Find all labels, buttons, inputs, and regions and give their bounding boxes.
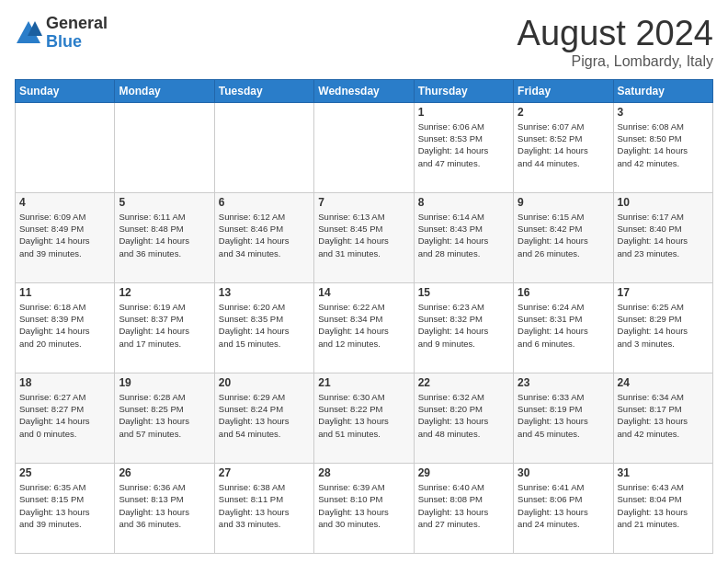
day-number: 28 [318,466,409,479]
location: Pigra, Lombardy, Italy [518,53,713,70]
day-number: 30 [518,466,609,479]
calendar-cell: 14Sunrise: 6:22 AM Sunset: 8:34 PM Dayli… [314,282,414,373]
week-row-2: 4Sunrise: 6:09 AM Sunset: 8:49 PM Daylig… [16,192,713,282]
logo-icon [15,19,42,47]
day-number: 2 [518,106,609,119]
day-info: Sunrise: 6:17 AM Sunset: 8:40 PM Dayligh… [618,211,709,259]
day-info: Sunrise: 6:07 AM Sunset: 8:52 PM Dayligh… [518,121,609,169]
day-header-friday: Friday [514,79,613,102]
calendar-cell [314,102,414,192]
calendar-cell: 18Sunrise: 6:27 AM Sunset: 8:27 PM Dayli… [16,373,115,463]
calendar-cell: 29Sunrise: 6:40 AM Sunset: 8:08 PM Dayli… [414,463,513,553]
day-info: Sunrise: 6:41 AM Sunset: 8:06 PM Dayligh… [518,481,609,530]
day-header-monday: Monday [115,79,214,102]
month-title: August 2024 [518,15,713,53]
day-number: 14 [318,286,409,299]
calendar-cell: 24Sunrise: 6:34 AM Sunset: 8:17 PM Dayli… [613,373,712,463]
day-number: 25 [19,466,110,479]
day-number: 1 [418,106,509,119]
day-number: 8 [418,196,509,209]
calendar-cell: 3Sunrise: 6:08 AM Sunset: 8:50 PM Daylig… [613,102,712,192]
day-number: 5 [119,196,210,209]
day-info: Sunrise: 6:11 AM Sunset: 8:48 PM Dayligh… [119,211,210,259]
day-number: 15 [418,286,509,299]
page: General Blue August 2024 Pigra, Lombardy… [0,0,728,563]
calendar-cell: 2Sunrise: 6:07 AM Sunset: 8:52 PM Daylig… [514,102,613,192]
day-header-tuesday: Tuesday [214,79,313,102]
calendar-cell: 23Sunrise: 6:33 AM Sunset: 8:19 PM Dayli… [514,373,613,463]
week-row-4: 18Sunrise: 6:27 AM Sunset: 8:27 PM Dayli… [16,373,713,463]
calendar-cell: 17Sunrise: 6:25 AM Sunset: 8:29 PM Dayli… [613,282,712,373]
day-info: Sunrise: 6:24 AM Sunset: 8:31 PM Dayligh… [518,301,609,350]
day-info: Sunrise: 6:39 AM Sunset: 8:10 PM Dayligh… [318,481,409,530]
day-info: Sunrise: 6:19 AM Sunset: 8:37 PM Dayligh… [119,301,210,350]
day-info: Sunrise: 6:35 AM Sunset: 8:15 PM Dayligh… [19,481,110,530]
calendar-cell [16,102,115,192]
day-number: 10 [618,196,709,209]
header: General Blue August 2024 Pigra, Lombardy… [15,15,713,70]
logo-general: General [46,15,108,33]
day-info: Sunrise: 6:28 AM Sunset: 8:25 PM Dayligh… [119,391,210,440]
day-info: Sunrise: 6:32 AM Sunset: 8:20 PM Dayligh… [418,391,509,440]
day-info: Sunrise: 6:27 AM Sunset: 8:27 PM Dayligh… [19,391,110,440]
day-info: Sunrise: 6:20 AM Sunset: 8:35 PM Dayligh… [219,301,310,350]
week-row-5: 25Sunrise: 6:35 AM Sunset: 8:15 PM Dayli… [16,463,713,553]
day-header-wednesday: Wednesday [314,79,414,102]
week-row-3: 11Sunrise: 6:18 AM Sunset: 8:39 PM Dayli… [16,282,713,373]
day-number: 31 [618,466,709,479]
calendar-cell: 13Sunrise: 6:20 AM Sunset: 8:35 PM Dayli… [214,282,313,373]
day-info: Sunrise: 6:09 AM Sunset: 8:49 PM Dayligh… [19,211,110,259]
calendar-cell [214,102,313,192]
title-block: August 2024 Pigra, Lombardy, Italy [518,15,713,70]
calendar-cell: 16Sunrise: 6:24 AM Sunset: 8:31 PM Dayli… [514,282,613,373]
day-number: 20 [219,376,310,389]
calendar-cell: 27Sunrise: 6:38 AM Sunset: 8:11 PM Dayli… [214,463,313,553]
calendar-cell: 7Sunrise: 6:13 AM Sunset: 8:45 PM Daylig… [314,192,414,282]
day-info: Sunrise: 6:33 AM Sunset: 8:19 PM Dayligh… [518,391,609,440]
day-info: Sunrise: 6:29 AM Sunset: 8:24 PM Dayligh… [219,391,310,440]
calendar-cell: 20Sunrise: 6:29 AM Sunset: 8:24 PM Dayli… [214,373,313,463]
day-number: 19 [119,376,210,389]
calendar-cell: 31Sunrise: 6:43 AM Sunset: 8:04 PM Dayli… [613,463,712,553]
day-number: 29 [418,466,509,479]
day-number: 12 [119,286,210,299]
day-info: Sunrise: 6:18 AM Sunset: 8:39 PM Dayligh… [19,301,110,350]
day-info: Sunrise: 6:13 AM Sunset: 8:45 PM Dayligh… [318,211,409,259]
day-number: 22 [418,376,509,389]
day-info: Sunrise: 6:06 AM Sunset: 8:53 PM Dayligh… [418,121,509,169]
logo-text: General Blue [46,15,108,52]
day-info: Sunrise: 6:22 AM Sunset: 8:34 PM Dayligh… [318,301,409,350]
calendar-cell: 12Sunrise: 6:19 AM Sunset: 8:37 PM Dayli… [115,282,214,373]
calendar-cell: 5Sunrise: 6:11 AM Sunset: 8:48 PM Daylig… [115,192,214,282]
day-header-saturday: Saturday [613,79,712,102]
day-info: Sunrise: 6:34 AM Sunset: 8:17 PM Dayligh… [618,391,709,440]
calendar-cell [115,102,214,192]
calendar-cell: 9Sunrise: 6:15 AM Sunset: 8:42 PM Daylig… [514,192,613,282]
day-number: 26 [119,466,210,479]
calendar-cell: 1Sunrise: 6:06 AM Sunset: 8:53 PM Daylig… [414,102,513,192]
logo: General Blue [15,15,108,52]
calendar-cell: 22Sunrise: 6:32 AM Sunset: 8:20 PM Dayli… [414,373,513,463]
calendar-cell: 19Sunrise: 6:28 AM Sunset: 8:25 PM Dayli… [115,373,214,463]
day-number: 23 [518,376,609,389]
calendar-cell: 25Sunrise: 6:35 AM Sunset: 8:15 PM Dayli… [16,463,115,553]
calendar-table: SundayMondayTuesdayWednesdayThursdayFrid… [15,79,713,554]
calendar-header-row: SundayMondayTuesdayWednesdayThursdayFrid… [16,79,713,102]
day-info: Sunrise: 6:15 AM Sunset: 8:42 PM Dayligh… [518,211,609,259]
day-header-sunday: Sunday [16,79,115,102]
calendar-cell: 30Sunrise: 6:41 AM Sunset: 8:06 PM Dayli… [514,463,613,553]
day-info: Sunrise: 6:12 AM Sunset: 8:46 PM Dayligh… [219,211,310,259]
day-number: 9 [518,196,609,209]
day-number: 18 [19,376,110,389]
day-number: 4 [19,196,110,209]
calendar-cell: 6Sunrise: 6:12 AM Sunset: 8:46 PM Daylig… [214,192,313,282]
calendar-cell: 4Sunrise: 6:09 AM Sunset: 8:49 PM Daylig… [16,192,115,282]
day-number: 24 [618,376,709,389]
calendar-cell: 11Sunrise: 6:18 AM Sunset: 8:39 PM Dayli… [16,282,115,373]
day-number: 17 [618,286,709,299]
day-number: 11 [19,286,110,299]
day-number: 27 [219,466,310,479]
day-info: Sunrise: 6:38 AM Sunset: 8:11 PM Dayligh… [219,481,310,530]
day-number: 3 [618,106,709,119]
calendar-cell: 8Sunrise: 6:14 AM Sunset: 8:43 PM Daylig… [414,192,513,282]
